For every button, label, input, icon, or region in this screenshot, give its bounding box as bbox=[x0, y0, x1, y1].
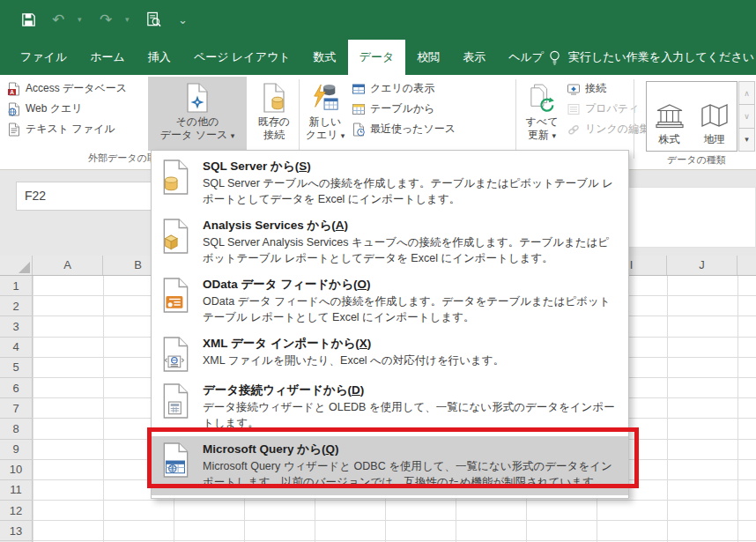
menu-item-title: Microsoft Query から(Q) bbox=[203, 442, 616, 457]
row-header[interactable]: 5 bbox=[0, 358, 33, 378]
access-database-button[interactable]: Access データベース bbox=[7, 79, 127, 98]
ribbon-tab[interactable]: ページ レイアウト bbox=[182, 40, 302, 75]
column-header[interactable]: J bbox=[667, 256, 737, 275]
name-box[interactable]: F22 bbox=[16, 182, 154, 211]
tell-me-box[interactable]: 実行したい作業を入力してください bbox=[548, 40, 754, 75]
row-cells[interactable] bbox=[33, 521, 756, 541]
menu-item-description: SQL Server テーブルへの接続を作成します。テーブルまたはピボットテーブ… bbox=[203, 176, 616, 207]
ribbon-tab[interactable]: 挿入 bbox=[137, 40, 182, 75]
web-query-button[interactable]: Web クエリ bbox=[7, 100, 83, 118]
print-preview-button[interactable] bbox=[143, 9, 164, 30]
menu-item[interactable]: データ接続ウィザードから(D) データ接続ウィザードと OLEDB を使用して、… bbox=[152, 377, 628, 436]
refresh-all-icon bbox=[530, 83, 554, 113]
gallery-more-button[interactable]: ▾ bbox=[738, 129, 755, 152]
existing-connections-button[interactable]: 既存の 接続 bbox=[253, 77, 295, 151]
row-header[interactable]: 11 bbox=[0, 480, 33, 501]
customize-qat-caret-icon[interactable]: ⌄ bbox=[178, 13, 187, 26]
row-header[interactable]: 12 bbox=[0, 501, 33, 521]
menu-item-description: データ接続ウィザードと OLEDB を使用して、一覧にない形式のデータをインポー… bbox=[203, 400, 616, 431]
text-file-button[interactable]: テキスト ファイル bbox=[7, 120, 115, 138]
menu-item-title: SQL Server から(S) bbox=[203, 159, 616, 174]
menu-item-title: Analysis Services から(A) bbox=[203, 218, 616, 233]
menu-item[interactable]: SQL Server から(S) SQL Server テーブルへの接続を作成し… bbox=[152, 153, 628, 212]
column-header[interactable]: A bbox=[33, 256, 103, 275]
menu-item-icon bbox=[162, 382, 192, 431]
menu-item-icon bbox=[162, 218, 192, 266]
recent-sources-icon bbox=[352, 123, 366, 137]
row-header[interactable]: 10 bbox=[0, 460, 33, 480]
grid-row: 12 bbox=[0, 501, 756, 521]
row-header[interactable]: 3 bbox=[0, 316, 33, 337]
excel-window: ↶ ▾ ↷ ▾ ⌄ ファイル ホーム 挿入 ページ レイアウト 数式 データ 校… bbox=[0, 0, 756, 542]
menu-item-icon bbox=[162, 159, 192, 207]
grid-row: 13 bbox=[0, 521, 756, 541]
menu-item-description: OData データ フィードへの接続を作成します。データをテーブルまたはピボット… bbox=[203, 294, 616, 325]
row-header[interactable]: 9 bbox=[0, 440, 33, 460]
other-data-sources-button[interactable]: その他の データ ソース ▾ bbox=[148, 77, 247, 151]
menu-item-title: OData データ フィードから(O) bbox=[203, 277, 616, 292]
menu-item-icon bbox=[162, 442, 192, 490]
redo-button[interactable]: ↷ bbox=[95, 9, 116, 30]
row-header[interactable]: 4 bbox=[0, 338, 33, 358]
gallery-up-button[interactable]: ∧ bbox=[738, 81, 755, 105]
dropdown-caret-icon: ▾ bbox=[552, 131, 556, 140]
other-sources-icon bbox=[186, 83, 209, 113]
connections-button[interactable]: 接続 bbox=[567, 79, 606, 98]
show-queries-icon bbox=[352, 82, 366, 96]
row-header[interactable]: 1 bbox=[0, 276, 33, 296]
menu-item-icon bbox=[162, 277, 192, 325]
geography-icon bbox=[700, 103, 730, 130]
row-header[interactable]: 6 bbox=[0, 378, 33, 398]
title-bar: ↶ ▾ ↷ ▾ ⌄ ファイル ホーム 挿入 ページ レイアウト 数式 データ 校… bbox=[0, 0, 756, 75]
column-header[interactable]: K bbox=[737, 256, 756, 275]
dropdown-caret-icon: ▾ bbox=[341, 131, 345, 140]
ribbon-tab[interactable]: 表示 bbox=[451, 40, 497, 75]
ribbon-tab[interactable]: ヘルプ bbox=[497, 40, 555, 75]
dropdown-caret-icon: ▾ bbox=[231, 131, 235, 140]
row-cells[interactable] bbox=[33, 501, 756, 521]
ribbon-tab[interactable]: 校閲 bbox=[405, 40, 451, 75]
select-all-corner[interactable] bbox=[0, 256, 33, 275]
stocks-button[interactable]: 株式 bbox=[647, 82, 692, 151]
recent-sources-button[interactable]: 最近使ったソース bbox=[352, 120, 456, 138]
geography-button[interactable]: 地理 bbox=[692, 82, 737, 151]
undo-caret-icon[interactable]: ▾ bbox=[78, 15, 86, 24]
properties-icon bbox=[567, 102, 581, 116]
ribbon-tab[interactable]: 数式 bbox=[302, 40, 348, 75]
menu-item-title: XML データ インポートから(X) bbox=[203, 336, 504, 351]
ribbon-tab[interactable]: データ bbox=[348, 40, 406, 75]
menu-item[interactable]: Microsoft Query から(Q) Microsoft Query ウィ… bbox=[152, 436, 628, 495]
new-query-button[interactable]: 新しい クエリ ▾ bbox=[303, 77, 347, 151]
menu-item-description: SQL Server Analysis Services キューブへの接続を作成… bbox=[203, 235, 616, 266]
other-sources-dropdown-menu: SQL Server から(S) SQL Server テーブルへの接続を作成し… bbox=[151, 150, 629, 499]
stocks-icon bbox=[655, 103, 685, 130]
menu-item[interactable]: XML データ インポートから(X) XML ファイルを開いたり、Excel へ… bbox=[152, 330, 628, 377]
data-types-group-label: データの種類 bbox=[667, 153, 726, 167]
row-header[interactable]: 8 bbox=[0, 419, 33, 439]
menu-item[interactable]: Analysis Services から(A) SQL Server Analy… bbox=[152, 212, 628, 271]
save-button[interactable] bbox=[18, 9, 39, 30]
redo-caret-icon[interactable]: ▾ bbox=[125, 15, 134, 24]
redo-icon: ↷ bbox=[100, 12, 112, 27]
menu-item-description: Microsoft Query ウィザードと ODBC を使用して、一覧にない形… bbox=[203, 459, 616, 490]
lightbulb-icon bbox=[548, 49, 561, 66]
menu-item-title: データ接続ウィザードから(D) bbox=[203, 382, 616, 397]
tell-me-hint: 実行したい作業を入力してください bbox=[568, 49, 754, 65]
connections-icon bbox=[567, 82, 581, 96]
row-header[interactable]: 7 bbox=[0, 398, 33, 419]
row-header[interactable]: 2 bbox=[0, 296, 33, 316]
menu-item-icon bbox=[162, 336, 192, 372]
ribbon-tab[interactable]: ホーム bbox=[78, 40, 137, 75]
show-queries-button[interactable]: クエリの表示 bbox=[352, 79, 434, 98]
refresh-all-button[interactable]: すべて 更新 ▾ bbox=[520, 77, 564, 151]
properties-button: プロパティ bbox=[567, 100, 639, 118]
access-file-icon bbox=[7, 82, 21, 96]
row-header[interactable]: 13 bbox=[0, 521, 33, 541]
menu-item[interactable]: OData データ フィードから(O) OData データ フィードへの接続を作… bbox=[152, 271, 628, 330]
text-file-icon bbox=[7, 123, 21, 137]
gallery-down-button[interactable]: ∨ bbox=[738, 105, 755, 128]
from-table-button[interactable]: テーブルから bbox=[352, 100, 434, 118]
undo-button[interactable]: ↶ bbox=[48, 9, 69, 30]
undo-icon: ↶ bbox=[52, 12, 64, 27]
ribbon-tab[interactable]: ファイル bbox=[9, 40, 78, 75]
